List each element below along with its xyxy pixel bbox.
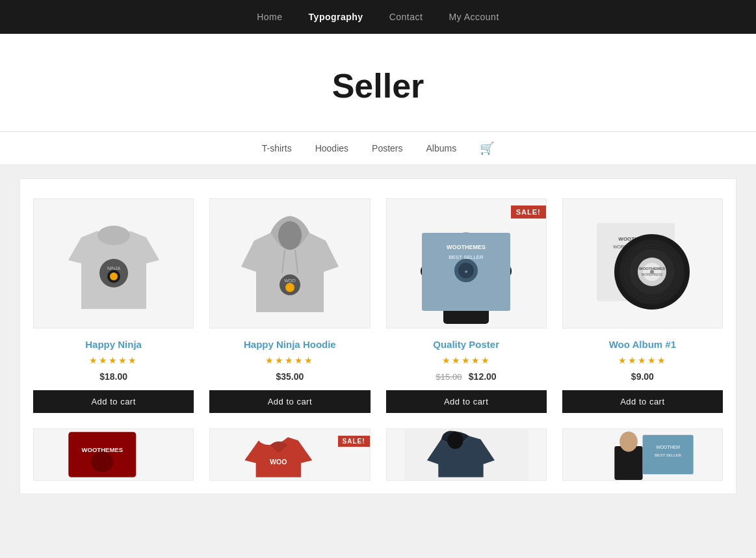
add-to-cart-1[interactable]: Add to cart	[209, 390, 370, 413]
category-navigation: T-shirts Hoodies Posters Albums 🛒	[0, 132, 756, 165]
svg-text:BEST SELLER: BEST SELLER	[655, 453, 681, 457]
top-navigation: Home Typography Contact My Account	[0, 0, 756, 34]
product-grid-bottom: WOOTHEMES SALE! WOO	[33, 429, 723, 481]
product-grid: NINJA Happy Ninja ★★★★★ $18.00 Add to ca…	[33, 198, 723, 413]
album-svg: WOOTHEMES WORDPRESS COMM WOOTHEMES WORDP…	[584, 200, 701, 327]
svg-text:WOO: WOO	[270, 458, 287, 466]
sale-badge-poster: SALE!	[511, 206, 546, 219]
product-card-quality-poster: SALE! WOOTHEMES BEST SELLER ★	[386, 198, 547, 413]
main-content: NINJA Happy Ninja ★★★★★ $18.00 Add to ca…	[20, 178, 736, 494]
product-price-2: $15.00 $12.00	[436, 371, 497, 382]
svg-text:★: ★	[464, 269, 468, 274]
product-title-2: Quality Poster	[433, 339, 499, 350]
svg-point-44	[619, 431, 638, 451]
product-image-poster: SALE! WOOTHEMES BEST SELLER ★	[386, 198, 547, 328]
svg-point-5	[278, 221, 302, 250]
product-price-1: $35.00	[276, 371, 304, 382]
nav-myaccount[interactable]: My Account	[449, 12, 499, 22]
svg-point-41	[447, 432, 463, 449]
product-stars-0: ★★★★★	[89, 355, 138, 365]
svg-point-10	[285, 283, 294, 292]
svg-point-31	[650, 270, 654, 274]
sale-badge-bottom-2: SALE!	[338, 436, 370, 447]
product-stars-3: ★★★★★	[618, 355, 667, 365]
svg-text:WOOTHEMES: WOOTHEMES	[447, 244, 486, 250]
tshirt-svg: NINJA	[62, 202, 166, 325]
svg-point-4	[110, 272, 118, 280]
svg-text:WOO: WOO	[284, 278, 296, 283]
nav-typography[interactable]: Typography	[309, 12, 363, 22]
product-title-1: Happy Ninja Hoodie	[244, 339, 336, 350]
svg-text:NINJA: NINJA	[107, 266, 121, 271]
svg-point-37	[91, 452, 114, 472]
product-price-3: $9.00	[631, 371, 654, 382]
product-image-happy-ninja: NINJA	[33, 198, 194, 328]
product-card-bottom-1: WOOTHEMES	[33, 429, 194, 481]
add-to-cart-0[interactable]: Add to cart	[33, 390, 194, 413]
svg-text:WOOTHEM: WOOTHEM	[656, 445, 680, 449]
page-title: Seller	[13, 66, 743, 105]
product-card-happy-ninja-hoodie: WOO Happy Ninja Hoodie ★★★★★ $35.00 Add …	[209, 198, 370, 413]
nav-contact[interactable]: Contact	[389, 12, 423, 22]
cart-icon[interactable]: 🛒	[480, 141, 494, 155]
add-to-cart-3[interactable]: Add to cart	[562, 390, 723, 413]
product-image-hoodie: WOO	[209, 198, 370, 328]
product-card-bottom-3	[386, 429, 547, 481]
product-card-happy-ninja: NINJA Happy Ninja ★★★★★ $18.00 Add to ca…	[33, 198, 194, 413]
product-stars-2: ★★★★★	[442, 355, 491, 365]
hero-section: Seller	[0, 34, 756, 132]
product-card-bottom-2: SALE! WOO	[209, 429, 370, 481]
poster-svg: WOOTHEMES BEST SELLER ★	[408, 200, 525, 327]
category-tshirts[interactable]: T-shirts	[262, 143, 292, 153]
product-title-3: Woo Album #1	[609, 339, 676, 350]
product-card-woo-album: WOOTHEMES WORDPRESS COMM WOOTHEMES WORDP…	[562, 198, 723, 413]
category-posters[interactable]: Posters	[372, 143, 402, 153]
product-title-0: Happy Ninja	[85, 339, 142, 350]
category-albums[interactable]: Albums	[426, 143, 457, 153]
product-price-0: $18.00	[99, 371, 127, 382]
svg-point-0	[98, 226, 130, 245]
nav-home[interactable]: Home	[257, 12, 282, 22]
add-to-cart-2[interactable]: Add to cart	[386, 390, 547, 413]
hoodie-svg: WOO	[238, 202, 342, 325]
product-card-bottom-4: WOOTHEM BEST SELLER	[562, 429, 723, 481]
product-image-album: WOOTHEMES WORDPRESS COMM WOOTHEMES WORDP…	[562, 198, 723, 328]
category-hoodies[interactable]: Hoodies	[315, 143, 348, 153]
product-stars-1: ★★★★★	[265, 355, 314, 365]
